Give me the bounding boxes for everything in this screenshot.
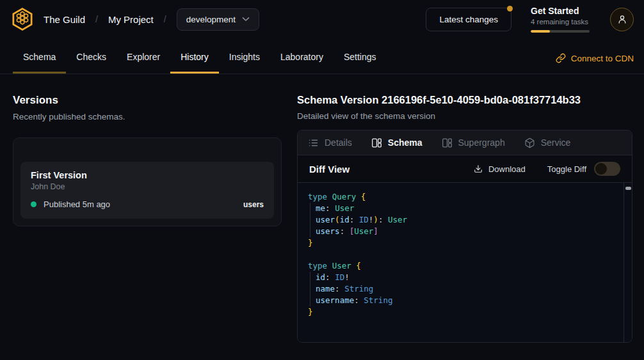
list-icon (308, 137, 319, 148)
toggle-diff-control: Toggle Diff (547, 162, 620, 176)
versions-title: Versions (13, 94, 282, 107)
nav-tab-explorer[interactable]: Explorer (117, 43, 170, 74)
download-label: Download (488, 164, 526, 174)
columns-icon (371, 137, 382, 148)
versions-list-card: First Version John Doe Published 5m ago … (13, 137, 282, 226)
breadcrumb-separator-2: / (164, 14, 166, 24)
detail-tab-details-label: Details (325, 137, 352, 148)
main-content: Versions Recently published schemas. Fir… (0, 74, 644, 343)
breadcrumb-org[interactable]: The Guild (44, 14, 85, 25)
published-status-dot (31, 201, 36, 207)
latest-changes-button[interactable]: Latest changes (426, 8, 511, 31)
get-started-title: Get Started (531, 6, 592, 16)
version-name: First Version (31, 170, 264, 180)
get-started-subtitle: 4 remaining tasks (531, 18, 592, 26)
version-service-badge: users (243, 200, 264, 209)
toggle-diff-knob (595, 163, 607, 175)
get-started-progress-fill (531, 30, 550, 33)
version-detail-panel: Schema Version 2166196f-5e10-4059-bd0a-0… (297, 74, 632, 343)
code-scrollbar-thumb[interactable] (625, 187, 631, 190)
diff-view-actions: Download Toggle Diff (474, 162, 620, 176)
breadcrumb: The Guild / My Project / development (44, 8, 259, 31)
code-scrollbar[interactable] (624, 183, 632, 342)
nav-tab-laboratory[interactable]: Laboratory (270, 43, 334, 74)
detail-tab-supergraph[interactable]: Supergraph (442, 137, 505, 148)
version-status-text: Published 5m ago (44, 200, 110, 209)
version-detail-subtitle: Detailed view of the schema version (297, 111, 632, 121)
nav-tab-settings[interactable]: Settings (334, 43, 387, 74)
connect-to-cdn-button[interactable]: Connect to CDN (556, 53, 634, 74)
nav-tab-insights[interactable]: Insights (219, 43, 270, 74)
target-nav-bar: Schema Checks Explorer History Insights … (0, 38, 644, 74)
versions-panel: Versions Recently published schemas. Fir… (13, 74, 282, 343)
version-author: John Doe (31, 182, 264, 191)
version-list-item[interactable]: First Version John Doe Published 5m ago … (20, 162, 274, 219)
diff-view-title: Diff View (309, 164, 350, 175)
toggle-diff-switch[interactable] (594, 162, 620, 176)
version-detail-tabs: Details Schema (298, 130, 632, 155)
detail-tab-schema-label: Schema (388, 137, 423, 148)
connect-to-cdn-label: Connect to CDN (571, 54, 634, 63)
cube-icon (524, 137, 535, 148)
version-detail-box: Details Schema (297, 130, 632, 343)
target-nav-tabs: Schema Checks Explorer History Insights … (13, 43, 387, 74)
get-started-widget[interactable]: Get Started 4 remaining tasks (531, 6, 592, 33)
download-button[interactable]: Download (474, 164, 526, 174)
nav-tab-checks[interactable]: Checks (66, 43, 117, 74)
code-content: type Query {me: Useruser(id: ID!): Useru… (298, 183, 632, 326)
link-icon (556, 53, 566, 63)
nav-tab-history[interactable]: History (170, 43, 219, 74)
breadcrumb-separator: / (95, 14, 98, 24)
user-avatar-button[interactable] (610, 8, 634, 31)
environment-selector[interactable]: development (177, 8, 259, 31)
latest-changes-label: Latest changes (439, 15, 498, 24)
version-detail-title: Schema Version 2166196f-5e10-4059-bd0a-0… (297, 94, 632, 106)
nav-tab-schema[interactable]: Schema (13, 43, 66, 74)
detail-tab-service-label: Service (541, 137, 571, 148)
version-status-row: Published 5m ago users (31, 200, 264, 209)
get-started-progress-track (531, 30, 590, 33)
download-icon (474, 164, 483, 173)
detail-tab-schema[interactable]: Schema (371, 137, 423, 148)
detail-tab-supergraph-label: Supergraph (458, 137, 505, 148)
chevron-down-icon (242, 17, 250, 22)
hive-logo-icon[interactable] (10, 7, 35, 31)
notification-dot (507, 6, 513, 12)
detail-tab-details[interactable]: Details (308, 137, 352, 148)
environment-selector-value: development (186, 15, 236, 24)
schema-code-viewer[interactable]: type Query {me: Useruser(id: ID!): Useru… (298, 183, 632, 342)
breadcrumb-project[interactable]: My Project (108, 14, 154, 25)
columns-icon (442, 137, 453, 148)
user-icon (616, 13, 628, 25)
app-header: The Guild / My Project / development Lat… (0, 0, 644, 38)
versions-subtitle: Recently published schemas. (13, 112, 282, 121)
toggle-diff-label: Toggle Diff (547, 164, 586, 174)
detail-tab-service[interactable]: Service (524, 137, 571, 148)
diff-view-toolbar: Diff View Download Toggle D (298, 155, 632, 183)
